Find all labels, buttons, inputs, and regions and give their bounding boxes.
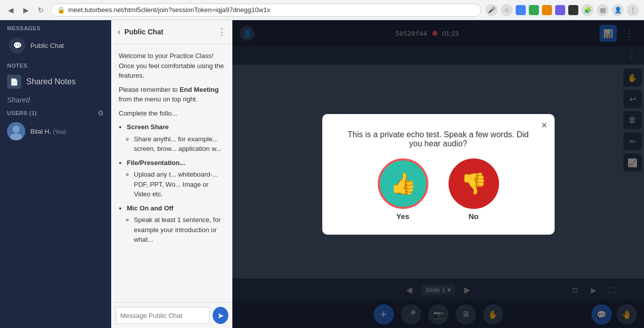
- user-name: Bilal H. (You): [30, 128, 66, 135]
- sub-list-3: Speak at least 1 sentence, for example y…: [127, 215, 225, 245]
- chat-header: ‹ Public Chat ⋮: [112, 20, 232, 44]
- ext-orange[interactable]: [542, 5, 552, 15]
- more-browser-icon[interactable]: ⋮: [627, 4, 639, 16]
- chat-send-button[interactable]: ➤: [213, 307, 228, 324]
- users-header: USERS (1) ⚙: [0, 104, 111, 119]
- chat-message-2: Please remember to End Meeting from the …: [119, 85, 225, 104]
- sub-item-1: Share anythi... for example... screen, b…: [134, 134, 225, 154]
- star-icon[interactable]: ☆: [501, 4, 513, 16]
- svg-point-1: [13, 126, 20, 133]
- notes-section-label: NOTES: [0, 58, 111, 71]
- bullet-item-1: Screen Share Share anythi... for example…: [127, 122, 225, 154]
- sub-item-2: Upload any t... whiteboard-... PDF, PPT,…: [134, 170, 225, 199]
- sidebar-item-public-chat[interactable]: 💬 Public Chat: [2, 33, 109, 58]
- sub-list-1: Share anythi... for example... screen, b…: [127, 134, 225, 154]
- user-info: Bilal H. (You): [30, 128, 66, 135]
- modal-question: This is a private echo test. Speak a few…: [342, 130, 534, 148]
- modal-close-button[interactable]: ×: [541, 120, 548, 130]
- chat-panel-title: Public Chat: [124, 28, 213, 36]
- sidebar: MESSAGES 💬 Public Chat NOTES 📄 Shared No…: [0, 20, 111, 328]
- no-button[interactable]: 👎 No: [449, 158, 499, 221]
- lock-icon: 🔒: [57, 6, 65, 14]
- yes-button[interactable]: 👍 Yes: [378, 158, 428, 221]
- bullet-item-2: File/Presentation... Upload any t... whi…: [127, 158, 225, 199]
- chat-message-1: Welcome to your Practice Class! Once you…: [119, 51, 225, 81]
- sub-list-2: Upload any t... whiteboard-... PDF, PPT,…: [127, 170, 225, 199]
- echo-test-modal: × This is a private echo test. Speak a f…: [322, 114, 555, 235]
- public-chat-icon: 💬: [9, 37, 25, 53]
- main-content: 👤 50520f44 01:23 📊 ⋮ ⋮ This slide left b…: [232, 20, 644, 328]
- url-text: meet.tutorbees.net/html5client/join?sess…: [68, 6, 270, 14]
- url-bar[interactable]: 🔒 meet.tutorbees.net/html5client/join?se…: [51, 4, 481, 17]
- ext-green[interactable]: [529, 5, 539, 15]
- sidebar-browser-icon[interactable]: ▤: [597, 4, 609, 16]
- shared-text: Shared: [0, 93, 111, 104]
- messages-section-label: MESSAGES: [0, 20, 111, 33]
- yes-label: Yes: [397, 212, 410, 221]
- chat-back-button[interactable]: ‹: [118, 27, 120, 36]
- ext-dark[interactable]: [568, 5, 578, 15]
- chat-more-icon[interactable]: ⋮: [217, 26, 226, 37]
- back-button[interactable]: ◀: [5, 5, 16, 16]
- forward-button[interactable]: ▶: [20, 5, 31, 16]
- no-label: No: [469, 212, 479, 221]
- profile-icon[interactable]: 👤: [612, 4, 624, 16]
- users-section-label: USERS (1): [7, 110, 37, 116]
- sidebar-item-shared-notes[interactable]: 📄 Shared Notes: [0, 71, 111, 93]
- browser-actions: 🎤 ☆ 🧩 ▤ 👤 ⋮: [485, 4, 639, 16]
- notes-icon: 📄: [7, 75, 21, 89]
- ext-blue[interactable]: [516, 5, 526, 15]
- gear-icon[interactable]: ⚙: [97, 109, 104, 117]
- refresh-button[interactable]: ↻: [35, 5, 46, 16]
- extensions-icon[interactable]: 🧩: [581, 4, 593, 16]
- chat-input[interactable]: [116, 307, 210, 324]
- bullet-item-3: Mic On and Off Speak at least 1 sentence…: [127, 203, 225, 245]
- no-circle: 👎: [449, 158, 499, 209]
- user-item[interactable]: Bilal H. (You): [0, 119, 111, 143]
- shared-notes-label: Shared Notes: [26, 77, 76, 86]
- user-avatar: [7, 122, 25, 140]
- app: MESSAGES 💬 Public Chat NOTES 📄 Shared No…: [0, 20, 644, 328]
- chat-message-3: Complete the follo...: [119, 108, 225, 119]
- chat-bullet-list: Screen Share Share anythi... for example…: [119, 122, 225, 245]
- ext-purple[interactable]: [555, 5, 565, 15]
- yes-circle: 👍: [378, 158, 428, 209]
- modal-overlay: × This is a private echo test. Speak a f…: [232, 20, 644, 328]
- chat-panel: ‹ Public Chat ⋮ Welcome to your Practice…: [111, 20, 232, 328]
- chat-input-area: ➤: [112, 302, 232, 328]
- mic-browser-icon[interactable]: 🎤: [485, 4, 498, 16]
- chat-messages: Welcome to your Practice Class! Once you…: [112, 44, 232, 302]
- browser-bar: ◀ ▶ ↻ 🔒 meet.tutorbees.net/html5client/j…: [0, 0, 644, 20]
- modal-buttons: 👍 Yes 👎 No: [378, 158, 499, 221]
- public-chat-label: Public Chat: [30, 42, 64, 49]
- sub-item-3: Speak at least 1 sentence, for example y…: [134, 215, 225, 245]
